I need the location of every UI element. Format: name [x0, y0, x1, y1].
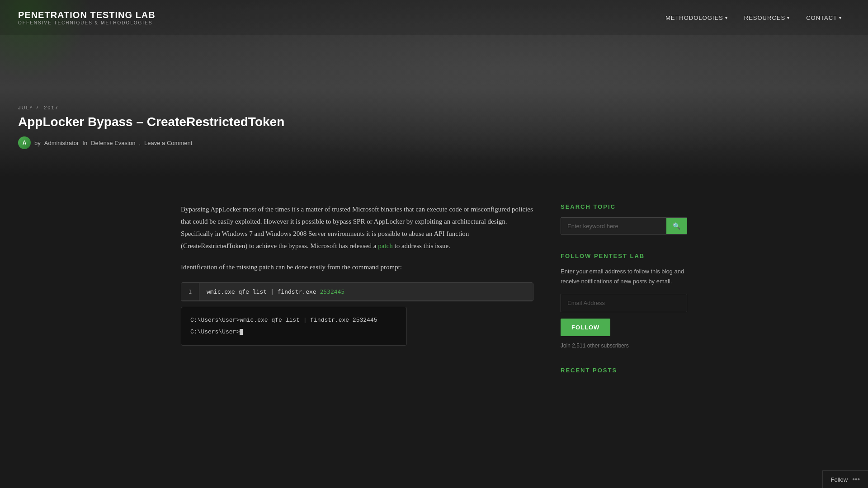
terminal-line-1: C:\Users\User>wmic.exe qfe list | findst…: [190, 314, 397, 326]
cursor-icon: [240, 329, 243, 335]
sidebar: SEARCH TOPIC 🔍 FOLLOW PENTEST LAB Enter …: [561, 203, 687, 392]
nav-methodologies[interactable]: METHODOLOGIES ▾: [657, 10, 736, 26]
follow-section: FOLLOW PENTEST LAB Enter your email addr…: [561, 253, 687, 349]
post-title: AppLocker Bypass – CreateRestrictedToken: [18, 115, 284, 129]
author-link[interactable]: Administrator: [44, 140, 79, 146]
in-label: In: [82, 140, 87, 146]
hero-section: PENETRATION TESTING LAB OFFENSIVE TECHNI…: [0, 0, 868, 176]
navigation: PENETRATION TESTING LAB OFFENSIVE TECHNI…: [0, 0, 868, 35]
follow-heading: FOLLOW PENTEST LAB: [561, 253, 687, 259]
separator: ,: [139, 140, 141, 146]
post-hero-info: JULY 7, 2017 AppLocker Bypass – CreateRe…: [18, 105, 284, 149]
comment-link[interactable]: Leave a Comment: [144, 140, 192, 146]
nav-links: METHODOLOGIES ▾ RESOURCES ▾ CONTACT ▾: [657, 10, 850, 26]
search-icon: 🔍: [673, 222, 680, 230]
post-meta: A by Administrator In Defense Evasion , …: [18, 136, 284, 149]
article: Bypassing AppLocker most of the times it…: [181, 203, 533, 392]
nav-resources[interactable]: RESOURCES ▾: [736, 10, 798, 26]
nav-contact[interactable]: CONTACT ▾: [798, 10, 850, 26]
site-title: PENETRATION TESTING LAB: [18, 10, 156, 20]
main-wrapper: Bypassing AppLocker most of the times it…: [172, 176, 696, 419]
chevron-down-icon: ▾: [787, 15, 790, 20]
search-button[interactable]: 🔍: [666, 218, 687, 234]
follow-description: Enter your email address to follow this …: [561, 267, 687, 286]
site-subtitle: OFFENSIVE TECHNIQUES & METHODOLOGIES: [18, 20, 156, 25]
code-highlight: 2532445: [320, 288, 344, 295]
search-box: 🔍: [561, 217, 687, 235]
avatar: A: [18, 136, 31, 149]
category-link[interactable]: Defense Evasion: [91, 140, 135, 146]
code-content: wmic.exe qfe list | findstr.exe 2532445: [199, 283, 533, 300]
recent-posts-section: RECENT POSTS: [561, 367, 687, 374]
email-field[interactable]: [561, 294, 687, 312]
by-label: by: [34, 140, 41, 146]
post-date: JULY 7, 2017: [18, 105, 284, 110]
patch-link[interactable]: patch: [378, 242, 392, 249]
code-row: 1 wmic.exe qfe list | findstr.exe 253244…: [181, 283, 533, 301]
article-intro: Bypassing AppLocker most of the times it…: [181, 203, 533, 252]
search-section: SEARCH TOPIC 🔍: [561, 203, 687, 235]
search-heading: SEARCH TOPIC: [561, 203, 687, 210]
terminal-block: C:\Users\User>wmic.exe qfe list | findst…: [181, 307, 407, 346]
search-input[interactable]: [561, 218, 666, 234]
terminal-line-2: C:\Users\User>: [190, 326, 397, 338]
recent-posts-heading: RECENT POSTS: [561, 367, 687, 374]
chevron-down-icon: ▾: [839, 15, 842, 20]
site-title-block: PENETRATION TESTING LAB OFFENSIVE TECHNI…: [18, 0, 156, 35]
article-id-text: Identification of the missing patch can …: [181, 261, 533, 273]
chevron-down-icon: ▾: [725, 15, 728, 20]
code-table: 1 wmic.exe qfe list | findstr.exe 253244…: [181, 282, 533, 301]
subscriber-count: Join 2,511 other subscribers: [561, 343, 687, 349]
follow-button[interactable]: FOLLOW: [561, 319, 610, 336]
line-number: 1: [181, 283, 199, 300]
